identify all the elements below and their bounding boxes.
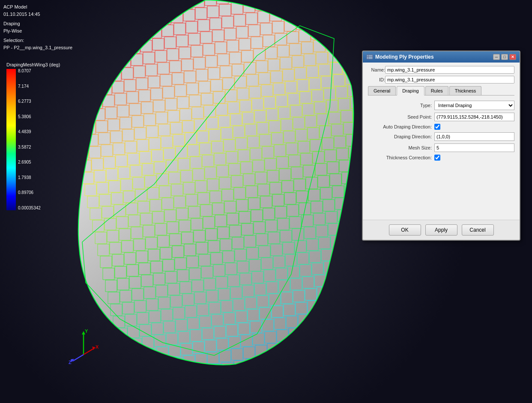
properties-dialog: Modeling Ply Properties ─ □ ✕ Name: ID: … [362,51,520,241]
type-label: Type: [368,103,434,108]
mesh-size-input[interactable] [434,143,514,152]
draping-direction-row: Draping Direction: [368,132,514,141]
auto-draping-row: Auto Draping Direction: [368,124,514,130]
type-row: Type: Internal Draping External Draping [368,101,514,110]
dialog-titlebar: Modeling Ply Properties ─ □ ✕ [363,51,520,63]
mode-label: Draping [3,20,72,27]
tab-general[interactable]: General [368,86,396,95]
legend-val-8: 0.89706 [18,191,41,195]
selection-label: Selection: [3,37,72,44]
legend-val-7: 1.7938 [18,176,41,180]
draping-tab-content: Type: Internal Draping External Draping … [368,99,514,165]
legend-val-1: 7.174 [18,84,41,89]
legend-bar [6,69,16,210]
tab-rules[interactable]: Rules [425,86,448,95]
selection-value: PP - P2__mp.wing_3.1_pressure [3,44,72,51]
dialog-controls: ─ □ ✕ [493,54,516,60]
legend-labels: 8.0707 7.174 6.2773 5.3806 4.4839 3.5872… [18,69,41,210]
dialog-title-icon [366,54,373,60]
thickness-correction-row: Thickness Correction: [368,155,514,161]
id-row: ID: mp.wing_3.1_pressure [368,76,514,84]
svg-text:Z: Z [69,360,72,365]
app-datetime: 01.10.2015 14:45 [3,11,72,18]
dialog-tabs: General Draping Rules Thickness [368,86,514,96]
legend-val-4: 4.4839 [18,130,41,134]
submode-label: Ply-Wise [3,27,72,35]
close-button[interactable]: ✕ [509,54,516,60]
legend-title: DrapingMeshWing3 (deg) [6,62,60,67]
legend-val-5: 3.5872 [18,145,41,149]
minimize-button[interactable]: ─ [493,54,500,60]
legend-val-3: 5.3806 [18,115,41,119]
name-input[interactable] [385,66,514,74]
mesh-size-row: Mesh Size: [368,143,514,152]
auto-draping-checkbox[interactable] [434,124,440,130]
legend-val-6: 2.6905 [18,160,41,164]
seed-point-row: Seed Point: [368,113,514,121]
thickness-correction-label: Thickness Correction: [368,155,434,160]
maximize-button[interactable]: □ [501,54,508,60]
svg-rect-9 [367,55,373,59]
dialog-body: Name: ID: mp.wing_3.1_pressure General D… [363,63,520,220]
svg-line-6 [73,355,84,361]
mesh-size-label: Mesh Size: [368,145,434,150]
axis-indicator: Y X Z [66,327,105,367]
axis-svg: Y X Z [66,327,105,365]
draping-direction-label: Draping Direction: [368,134,434,139]
name-label: Name: [368,67,385,72]
auto-draping-label: Auto Draping Direction: [368,124,434,129]
cancel-button[interactable]: Cancel [462,224,494,236]
dialog-spacer [368,165,514,216]
svg-text:X: X [96,344,99,349]
id-label: ID: [368,77,385,82]
info-overlay: ACP Model 01.10.2015 14:45 Draping Ply-W… [3,3,72,51]
thickness-correction-checkbox[interactable] [434,155,440,161]
tab-draping[interactable]: Draping [397,86,424,96]
ok-button[interactable]: OK [389,224,421,236]
seed-point-input[interactable] [434,113,514,121]
apply-button[interactable]: Apply [425,224,457,236]
name-row: Name: [368,66,514,74]
tab-thickness[interactable]: Thickness [449,86,482,95]
svg-line-3 [84,348,94,355]
type-select[interactable]: Internal Draping External Draping [434,101,514,110]
app-title: ACP Model [3,3,72,11]
seed-point-label: Seed Point: [368,114,434,119]
legend-val-0: 8.0707 [18,69,41,73]
svg-text:Y: Y [85,328,88,334]
draping-direction-input[interactable] [434,132,514,141]
id-value: mp.wing_3.1_pressure [385,76,514,84]
dialog-title: Modeling Ply Properties [375,54,434,60]
legend-val-9: 0.00035342 [18,206,41,210]
legend-val-2: 6.2773 [18,99,41,104]
dialog-titlebar-left: Modeling Ply Properties [366,54,434,60]
dialog-footer: OK Apply Cancel [363,220,520,240]
color-legend: DrapingMeshWing3 (deg) 8.0707 7.174 6.27… [6,62,60,210]
